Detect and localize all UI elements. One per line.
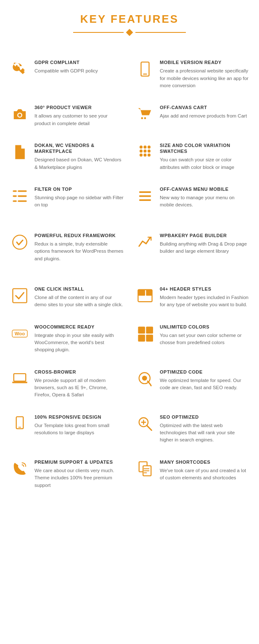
feature-item-redux: POWERFUL REDUX FRAMEWORKRedux is a simpl… — [4, 225, 130, 270]
svg-point-9 — [143, 153, 146, 156]
svg-point-3 — [143, 145, 146, 148]
feature-text-redux: POWERFUL REDUX FRAMEWORKRedux is a simpl… — [34, 232, 124, 262]
offcanvas-menu-icon — [135, 186, 155, 206]
feature-title-support: PREMIUM SUPPORT & UPDATES — [34, 459, 124, 465]
feature-desc-shortcodes: We've took care of you and created a lot… — [160, 467, 249, 482]
feature-item-gdpr: GDPR COMPLIANTCompatible with GDPR polic… — [4, 52, 130, 97]
svg-point-4 — [140, 150, 143, 152]
svg-rect-27 — [138, 326, 145, 334]
svg-rect-29 — [138, 334, 145, 342]
feature-title-seo: SEO OPTIMIZED — [160, 414, 249, 420]
feature-desc-wpbakery: Building anything with Drag & Drop page … — [160, 240, 249, 255]
feature-title-optimized-code: OPTIMIZED CODE — [160, 369, 249, 375]
feature-text-seo: SEO OPTIMIZEDOptimized with the latest w… — [160, 414, 249, 444]
feature-text-unlimited-colors: UNLIMITED COLORSYou can set your own col… — [160, 324, 249, 347]
feature-text-cross-browser: CROSS-BROWERWe provide support all of mo… — [34, 369, 124, 399]
page-title: KEY FEATURES — [8, 13, 251, 26]
feature-desc-cross-browser: We provide support all of modern browser… — [34, 377, 124, 399]
360viewer-icon — [10, 104, 29, 124]
oneclick-icon — [10, 286, 29, 305]
svg-rect-11 — [13, 190, 17, 192]
feature-title-360viewer: 360° PRODUCT VIEWER — [34, 104, 124, 110]
redux-icon — [10, 232, 29, 252]
unlimited-colors-icon — [135, 324, 155, 343]
svg-point-33 — [142, 376, 147, 381]
shortcodes-icon — [135, 459, 155, 478]
feature-item-swatches: SIZE AND COLOR VARIATION SWATCHESYou can… — [130, 135, 255, 179]
feature-item-mobile: MOBILE VERSION READYCreate a professiona… — [130, 52, 255, 97]
feature-item-oneclick: ONE CLICK INSTALLClone all of the conten… — [4, 278, 130, 316]
svg-point-8 — [140, 153, 143, 156]
header-divider — [8, 30, 251, 35]
section-gap — [4, 216, 255, 225]
feature-desc-oneclick: Clone all of the content in any of our d… — [34, 294, 124, 309]
page-header: KEY FEATURES — [0, 0, 259, 48]
feature-item-shortcodes: MANY SHORTCODESWe've took care of you an… — [130, 452, 255, 497]
feature-desc-woocommerce: Integrate shop in your site easily with … — [34, 332, 124, 354]
header-styles-icon — [135, 286, 155, 305]
feature-title-responsive: 100% RESPONSIVE DESIGN — [34, 414, 124, 420]
feature-text-offcanvas-cart: OFF-CANVAS CARTAjax add and remove produ… — [160, 104, 249, 120]
feature-title-filter: FILTER ON TOP — [34, 186, 124, 192]
feature-desc-dokan: Designed based on Dokan, WC Vendors & Ma… — [34, 156, 124, 171]
feature-desc-seo: Optimized with the latest web technologi… — [160, 422, 249, 444]
feature-item-unlimited-colors: UNLIMITED COLORSYou can set your own col… — [130, 316, 255, 361]
feature-text-wpbakery: WPBAKERY PAGE BUILDERBuilding anything w… — [160, 232, 249, 255]
feature-title-oneclick: ONE CLICK INSTALL — [34, 286, 124, 292]
feature-text-shortcodes: MANY SHORTCODESWe've took care of you an… — [160, 459, 249, 482]
feature-title-dokan: DOKAN, WC VENDORS & MARKETPLACE — [34, 142, 124, 155]
feature-title-unlimited-colors: UNLIMITED COLORS — [160, 324, 249, 330]
svg-rect-31 — [14, 374, 26, 381]
feature-text-offcanvas-menu: OFF-CANVAS MENU MOBILENew way to manage … — [160, 186, 249, 209]
feature-desc-offcanvas-cart: Ajax add and remove products from Cart — [160, 112, 249, 120]
feature-text-optimized-code: OPTIMIZED CODEWe optimized template for … — [160, 369, 249, 392]
feature-item-offcanvas-cart: OFF-CANVAS CARTAjax add and remove produ… — [130, 97, 255, 135]
feature-text-mobile: MOBILE VERSION READYCreate a professiona… — [160, 59, 249, 89]
feature-item-wpbakery: WPBAKERY PAGE BUILDERBuilding anything w… — [130, 225, 255, 270]
feature-text-support: PREMIUM SUPPORT & UPDATESWe care about o… — [34, 459, 124, 489]
feature-text-360viewer: 360° PRODUCT VIEWERIt allows any custome… — [34, 104, 124, 127]
feature-text-responsive: 100% RESPONSIVE DESIGNOur Template loks … — [34, 414, 124, 437]
feature-text-header-styles: 04+ HEADER STYLESModern header types inc… — [160, 286, 249, 309]
svg-line-37 — [147, 425, 151, 430]
offcanvas-cart-icon — [135, 104, 155, 124]
svg-point-5 — [143, 150, 146, 152]
feature-text-woocommerce: WOOCOMMERCE READYIntegrate shop in your … — [34, 324, 124, 354]
feature-desc-support: We care about our clients very much. The… — [34, 467, 124, 489]
feature-title-offcanvas-menu: OFF-CANVAS MENU MOBILE — [160, 186, 249, 192]
swatches-icon — [135, 142, 155, 162]
mobile-icon — [135, 59, 155, 79]
svg-point-6 — [148, 145, 151, 148]
section-gap — [4, 270, 255, 278]
feature-title-offcanvas-cart: OFF-CANVAS CART — [160, 104, 249, 110]
feature-title-mobile: MOBILE VERSION READY — [160, 59, 249, 65]
feature-text-oneclick: ONE CLICK INSTALLClone all of the conten… — [34, 286, 124, 309]
svg-rect-13 — [13, 200, 17, 202]
svg-point-10 — [148, 153, 151, 156]
feature-title-redux: POWERFUL REDUX FRAMEWORK — [34, 232, 124, 238]
feature-text-swatches: SIZE AND COLOR VARIATION SWATCHESYou can… — [160, 142, 249, 171]
feature-item-woocommerce: WooWOOCOMMERCE READYIntegrate shop in yo… — [4, 316, 130, 361]
feature-title-woocommerce: WOOCOMMERCE READY — [34, 324, 124, 330]
feature-desc-optimized-code: We optimized template for speed. Our cod… — [160, 377, 249, 392]
svg-point-7 — [148, 150, 151, 152]
svg-rect-12 — [13, 195, 17, 197]
svg-rect-28 — [146, 326, 153, 334]
woocommerce-icon: Woo — [10, 324, 29, 343]
feature-item-360viewer: 360° PRODUCT VIEWERIt allows any custome… — [4, 97, 130, 135]
svg-rect-30 — [146, 334, 153, 342]
feature-item-offcanvas-menu: OFF-CANVAS MENU MOBILENew way to manage … — [130, 179, 255, 216]
filter-icon — [10, 186, 29, 206]
feature-title-swatches: SIZE AND COLOR VARIATION SWATCHES — [160, 142, 249, 155]
wpbakery-icon — [135, 232, 155, 252]
feature-desc-360viewer: It allows any customer to see your produ… — [34, 112, 124, 127]
optimized-code-icon — [135, 369, 155, 388]
svg-point-20 — [13, 235, 26, 249]
feature-desc-swatches: You can swatch your size or color attrib… — [160, 156, 249, 171]
feature-text-dokan: DOKAN, WC VENDORS & MARKETPLACEDesigned … — [34, 142, 124, 171]
svg-rect-23 — [138, 290, 145, 296]
feature-item-dokan: DOKAN, WC VENDORS & MARKETPLACEDesigned … — [4, 135, 130, 179]
feature-text-gdpr: GDPR COMPLIANTCompatible with GDPR polic… — [34, 59, 124, 75]
feature-item-support: PREMIUM SUPPORT & UPDATESWe care about o… — [4, 452, 130, 497]
cross-browser-icon — [10, 369, 29, 388]
